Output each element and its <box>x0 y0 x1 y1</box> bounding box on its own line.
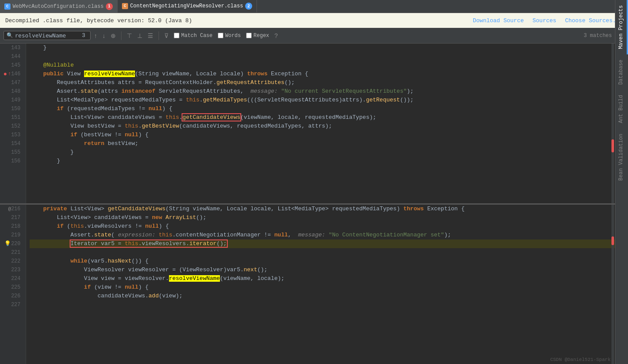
tab-badge-contentneg: 2 <box>245 3 252 10</box>
search-input-wrapper: 🔍 3 <box>3 31 91 40</box>
search-bar: 🔍 3 ↑ ↓ ⊕ ⊤ ⊥ ☰ ⊽ Match Case Words Regex… <box>0 28 628 44</box>
filter-icon[interactable]: ⊽ <box>162 31 170 40</box>
code-line-220: Iterator var5 = this.viewResolvers.itera… <box>30 239 628 248</box>
code-line-146: public View resolveViewName(String viewN… <box>30 70 628 78</box>
tab-webmvc[interactable]: C WebMvcAutoConfiguration.class 1 <box>0 0 118 13</box>
gutter-line-146: ● ↑ 146 <box>0 70 22 78</box>
gutter-line-155: 155 <box>0 148 22 157</box>
code-line-224: View view = viewResolver.resolveViewName… <box>30 274 628 283</box>
tab-icon-webmvc: C <box>4 3 10 10</box>
notification-text: Decompiled .class file, bytecode version… <box>5 17 192 24</box>
code-line-148: Assert.state(attrs instanceof ServletReq… <box>30 87 628 96</box>
notification-links: Download Source Sources Choose Sources..… <box>473 17 623 24</box>
gutter-line-221: 221 <box>0 248 22 257</box>
gutter-line-150: 150 <box>0 104 22 113</box>
gutter-line-147: 147 <box>0 78 22 87</box>
sources-link[interactable]: Sources <box>533 17 557 24</box>
regex-checkbox[interactable] <box>246 33 252 38</box>
search-divider2 <box>159 31 159 40</box>
filter-button2[interactable]: ⊥ <box>135 31 144 40</box>
code-content-bottom[interactable]: private List<View> getCandidateViews(Str… <box>26 205 628 364</box>
code-area-top: 143 144 145 ● ↑ 146 147 148 149 150 151 … <box>0 44 628 203</box>
sidebar-tab-ant[interactable]: Ant Build <box>615 90 628 128</box>
match-case-option[interactable]: Match Case <box>172 32 214 40</box>
code-line-150: if (requestedMediaTypes != null) { <box>30 104 628 113</box>
gutter-line-227: 227 <box>0 300 22 309</box>
code-line-227 <box>30 300 628 309</box>
code-line-155: } <box>30 148 628 157</box>
code-line-153: if (bestView != null) { <box>30 131 628 139</box>
gutter-at-216: @ <box>8 205 11 213</box>
choose-sources-link[interactable]: Choose Sources... <box>565 17 623 24</box>
help-button[interactable]: ? <box>273 31 280 40</box>
gutter-line-222: 222 <box>0 257 22 266</box>
code-line-151: List<View> candidateViews = this.getCand… <box>30 113 628 122</box>
filter-button1[interactable]: ⊤ <box>125 31 134 40</box>
code-area-bottom: @ 216 217 218 219 💡 220 221 222 223 224 … <box>0 205 628 364</box>
search-badge: 3 <box>82 32 85 39</box>
sidebar-tab-database[interactable]: Database <box>615 54 628 90</box>
tab-label-contentneg: ContentNegotiatingViewResolver.class <box>130 3 243 9</box>
gutter-line-154: 154 <box>0 139 22 148</box>
code-line-217: List<View> candidateViews = new ArrayLis… <box>30 213 628 222</box>
gutter-up-arrow: ↑ <box>8 70 11 78</box>
search-divider1 <box>121 31 122 40</box>
gutter-line-151: 151 <box>0 113 22 122</box>
sidebar-tab-maven[interactable]: Maven Projects <box>615 0 628 54</box>
code-line-218: if (this.viewResolvers != null) { <box>30 222 628 231</box>
code-line-221 <box>30 248 628 257</box>
gutter-line-219: 219 <box>0 231 22 239</box>
code-line-226: candidateViews.add(view); <box>30 292 628 300</box>
gutter-line-149: 149 <box>0 96 22 104</box>
gutter-bottom: @ 216 217 218 219 💡 220 221 222 223 224 … <box>0 205 26 364</box>
right-sidebar: Maven Projects Database Ant Build Bean V… <box>615 0 628 364</box>
tab-label-webmvc: WebMvcAutoConfiguration.class <box>13 3 104 10</box>
gutter-arrow-146: ● <box>3 70 7 78</box>
code-line-216: private List<View> getCandidateViews(Str… <box>30 205 628 213</box>
editor-container: 143 144 145 ● ↑ 146 147 148 149 150 151 … <box>0 44 628 364</box>
download-source-link[interactable]: Download Source <box>473 17 524 24</box>
search-match-224: resolveViewName <box>169 275 220 282</box>
tabs-bar: C WebMvcAutoConfiguration.class 1 C Cont… <box>0 0 628 13</box>
code-content-top[interactable]: } @Nullable public View resolveViewName(… <box>26 44 628 203</box>
words-label: Words <box>225 33 241 39</box>
code-line-147: RequestAttributes attrs = RequestContext… <box>30 78 628 87</box>
code-line-149: List<MediaType> requestedMediaTypes = th… <box>30 96 628 104</box>
scrollbar-thumb-bottom <box>611 236 614 245</box>
search-input[interactable] <box>15 32 80 39</box>
gutter-line-153: 153 <box>0 131 22 139</box>
code-line-222: while(var5.hasNext()) { <box>30 257 628 266</box>
gutter-line-226: 226 <box>0 292 22 300</box>
gutter-line-220: 💡 220 <box>0 239 22 248</box>
code-line-223: ViewResolver viewResolver = (ViewResolve… <box>30 266 628 274</box>
sidebar-tab-bean[interactable]: Bean Validation <box>615 128 628 186</box>
line-numbers-top: 143 144 145 ● ↑ 146 147 148 149 150 151 … <box>0 44 26 165</box>
scrollbar-thumb-top <box>611 139 614 152</box>
code-line-219: Assert.state( expression: this.contentNe… <box>30 231 628 239</box>
search-match-146: resolveViewName <box>84 71 135 77</box>
words-option[interactable]: Words <box>216 32 243 40</box>
find-usages-button[interactable]: ⊕ <box>109 31 118 40</box>
code-line-144 <box>30 52 628 61</box>
gutter-bulb-220: 💡 <box>4 239 11 248</box>
search-match-box-151: getCandidateViews <box>182 114 240 121</box>
gutter-line-224: 224 <box>0 274 22 283</box>
gutter-line-217: 217 <box>0 213 22 222</box>
gutter-line-225: 225 <box>0 283 22 292</box>
match-case-label: Match Case <box>181 33 213 39</box>
code-line-225: if (view != null) { <box>30 283 628 292</box>
regex-option[interactable]: Regex <box>244 32 271 40</box>
prev-match-button[interactable]: ↑ <box>92 31 99 40</box>
tab-contentneg[interactable]: C ContentNegotiatingViewResolver.class 2 <box>118 0 257 13</box>
notification-bar: Decompiled .class file, bytecode version… <box>0 13 628 28</box>
gutter-line-216: @ 216 <box>0 205 22 213</box>
filter-button3[interactable]: ☰ <box>146 31 155 40</box>
gutter-line-143: 143 <box>0 44 22 52</box>
code-line-156: } <box>30 157 628 165</box>
gutter-line-223: 223 <box>0 266 22 274</box>
match-case-checkbox[interactable] <box>174 33 179 38</box>
regex-label: Regex <box>253 33 269 39</box>
scrollbar-track-bottom <box>611 205 614 364</box>
next-match-button[interactable]: ↓ <box>101 31 107 40</box>
words-checkbox[interactable] <box>218 33 223 38</box>
